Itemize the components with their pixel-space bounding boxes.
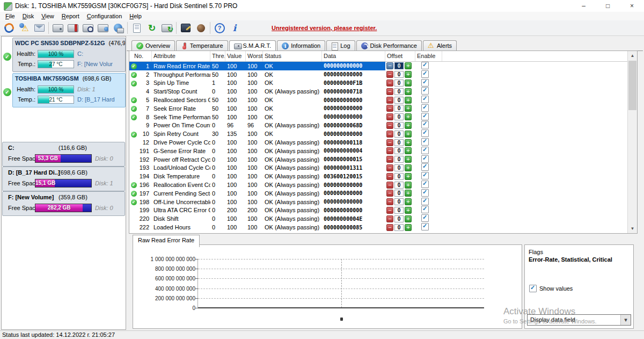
enable-checkbox[interactable] xyxy=(421,147,429,154)
offset-decrease-button[interactable]: − xyxy=(386,224,393,231)
column-header-no[interactable]: No. xyxy=(129,51,152,61)
smart-row-192[interactable]: 192Power off Retract Cycle ...0100100OK … xyxy=(129,155,628,164)
show-values-checkbox[interactable] xyxy=(529,285,537,292)
partition-panel-f[interactable]: F: [New Volume] (359,8 GB) Free Space 28… xyxy=(2,191,125,216)
enable-checkbox[interactable] xyxy=(421,129,429,137)
maximize-button[interactable]: □ xyxy=(596,0,620,12)
offset-increase-button[interactable]: + xyxy=(405,190,412,197)
offset-increase-button[interactable]: + xyxy=(405,62,412,69)
scrollbar-thumb[interactable] xyxy=(628,61,636,110)
offset-increase-button[interactable]: + xyxy=(405,80,412,86)
offset-decrease-button[interactable]: − xyxy=(386,207,393,214)
smart-row-12[interactable]: 12Drive Power Cycle Count0100100OK (Alwa… xyxy=(129,138,628,147)
close-button[interactable]: × xyxy=(620,0,644,12)
enable-checkbox[interactable] xyxy=(421,96,429,103)
scroll-down-icon[interactable]: ▼ xyxy=(628,224,637,233)
enable-checkbox[interactable] xyxy=(421,138,429,146)
offset-decrease-button[interactable]: − xyxy=(386,131,393,138)
table-scrollbar[interactable]: ▲ ▼ xyxy=(627,51,637,233)
offset-increase-button[interactable]: + xyxy=(405,139,412,146)
offset-decrease-button[interactable]: − xyxy=(386,97,393,104)
offset-decrease-button[interactable]: − xyxy=(386,156,393,163)
smart-row-193[interactable]: 193Load/Unload Cycle Cou...0100100OK (Al… xyxy=(129,164,628,172)
offset-decrease-button[interactable]: − xyxy=(386,147,393,154)
offset-increase-button[interactable]: + xyxy=(405,131,412,138)
offset-increase-button[interactable]: + xyxy=(405,113,412,120)
enable-checkbox[interactable] xyxy=(421,121,429,128)
enable-checkbox[interactable] xyxy=(421,113,429,120)
enable-checkbox[interactable] xyxy=(421,189,429,197)
email-icon[interactable] xyxy=(32,20,47,35)
offset-increase-button[interactable]: + xyxy=(405,198,412,205)
smart-row-5[interactable]: ✓5Reallocated Sectors Co...50100100OK000… xyxy=(129,96,628,104)
tab-disk-performance[interactable]: Disk Performance xyxy=(356,40,422,51)
offset-increase-button[interactable]: + xyxy=(405,173,412,180)
offset-decrease-button[interactable]: − xyxy=(386,88,393,95)
display-data-field-select[interactable]: Display data field ▾ xyxy=(527,314,631,326)
offset-increase-button[interactable]: + xyxy=(405,88,412,95)
enable-checkbox[interactable] xyxy=(421,172,429,179)
smart-row-8[interactable]: ✓8Seek Time Performance50100100OK0000000… xyxy=(129,113,628,121)
network-disk-icon[interactable] xyxy=(111,20,126,35)
enable-checkbox[interactable] xyxy=(421,206,429,213)
offset-decrease-button[interactable]: − xyxy=(386,122,393,129)
partition-panel-d[interactable]: D: [B_17 Hard Di..] (698,6 GB) Free Spac… xyxy=(2,167,125,191)
disk-sync-icon[interactable] xyxy=(159,20,174,35)
show-values-option[interactable]: Show values xyxy=(529,285,573,292)
smart-row-196[interactable]: ✓196Reallocation Event Count0100100OK (A… xyxy=(129,181,628,189)
smart-row-198[interactable]: ✓198Off-Line Uncorrectable ...0100100OK … xyxy=(129,198,628,206)
tab-log[interactable]: Log xyxy=(326,40,355,51)
help-icon[interactable] xyxy=(212,20,227,35)
chevron-down-icon[interactable]: ▾ xyxy=(620,315,631,325)
enable-checkbox[interactable] xyxy=(421,70,429,78)
menu-disk[interactable]: Disk xyxy=(19,12,38,20)
offset-increase-button[interactable]: + xyxy=(405,97,412,104)
column-header-data[interactable]: Data xyxy=(322,51,385,61)
surface-test-icon[interactable] xyxy=(193,20,208,35)
offset-decrease-button[interactable]: − xyxy=(386,164,393,171)
report-icon[interactable] xyxy=(129,20,144,35)
disk-panel-wdc[interactable]: WDC PC SN530 SDBPNPZ-512G (476,9 GB) Hea… xyxy=(12,38,126,72)
enable-checkbox[interactable] xyxy=(421,155,429,163)
smart-row-10[interactable]: ✓10Spin Retry Count30135100OK00000000000… xyxy=(129,129,628,138)
disk-temperature-icon[interactable] xyxy=(65,20,80,35)
enable-checkbox[interactable] xyxy=(421,163,429,171)
disk-test-icon[interactable] xyxy=(178,20,193,35)
tab-temperature[interactable]: Temperature xyxy=(176,40,228,51)
column-header-enable[interactable]: Enable xyxy=(415,51,442,61)
column-header-value[interactable]: Value xyxy=(225,51,246,61)
offset-decrease-button[interactable]: − xyxy=(386,113,393,120)
offset-increase-button[interactable]: + xyxy=(405,122,412,129)
smart-row-197[interactable]: ✓197Current Pending Sector...0100100OK (… xyxy=(129,189,628,198)
offset-increase-button[interactable]: + xyxy=(405,182,412,189)
smart-row-3[interactable]: ✓3Spin Up Time1100100OK000000000F1B−0+ xyxy=(129,79,628,88)
partition-panel-c[interactable]: C: (116,6 GB) Free Space 53,3 GB Disk: 0 xyxy=(2,142,125,167)
menu-file[interactable]: File xyxy=(2,12,19,20)
smart-row-199[interactable]: 199Ultra ATA CRC Error Co...0200200OK (A… xyxy=(129,206,628,215)
enable-checkbox[interactable] xyxy=(421,87,429,95)
offset-decrease-button[interactable]: − xyxy=(386,173,393,180)
tab-alerts[interactable]: Alerts xyxy=(423,40,457,51)
smart-row-194[interactable]: 194Disk Temperature0100100OK (Always pas… xyxy=(129,172,628,181)
menu-report[interactable]: Report xyxy=(58,12,83,20)
column-header-attribute[interactable]: Attribute xyxy=(152,51,210,61)
offset-increase-button[interactable]: + xyxy=(405,71,412,78)
menu-view[interactable]: View xyxy=(38,12,58,20)
enable-checkbox[interactable] xyxy=(421,223,429,230)
attribute-detail-tab[interactable]: Raw Read Error Rate xyxy=(133,235,200,247)
column-header-worst[interactable]: Worst xyxy=(246,51,263,61)
warning-icon[interactable] xyxy=(17,20,32,35)
column-header-thre[interactable]: Thre... xyxy=(210,51,225,61)
offset-decrease-button[interactable]: − xyxy=(386,182,393,189)
refresh-icon[interactable] xyxy=(144,20,159,35)
enable-checkbox[interactable] xyxy=(421,181,429,188)
smart-row-7[interactable]: ✓7Seek Error Rate50100100OK000000000000−… xyxy=(129,104,628,113)
smart-row-4[interactable]: 4Start/Stop Count0100100OK (Always passi… xyxy=(129,87,628,96)
smart-row-191[interactable]: 191G-Sense Error Rate0100100OK (Always p… xyxy=(129,147,628,155)
column-header-offset[interactable]: Offset xyxy=(385,51,415,61)
disk-details-icon[interactable] xyxy=(96,20,111,35)
offset-decrease-button[interactable]: − xyxy=(386,105,393,112)
offset-decrease-button[interactable]: − xyxy=(386,71,393,78)
exit-icon[interactable] xyxy=(2,20,17,35)
disk-overview-icon[interactable] xyxy=(50,20,65,35)
